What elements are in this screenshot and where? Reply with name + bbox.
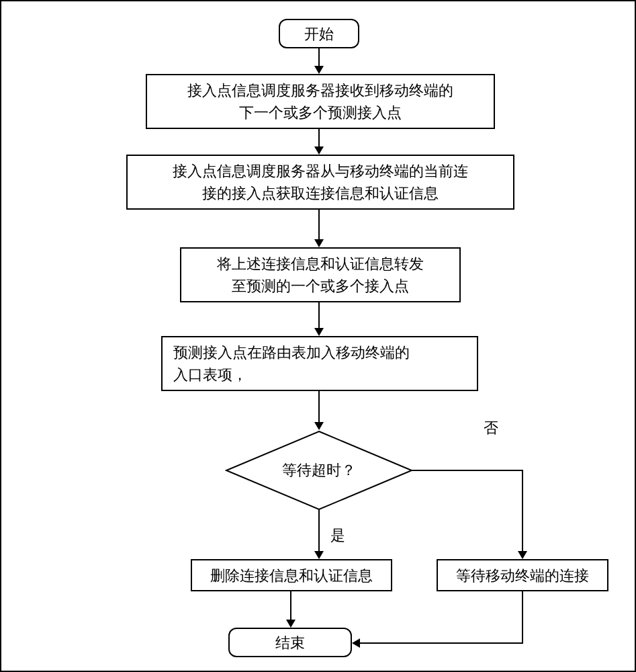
start-label: 开始 <box>304 23 334 45</box>
end-node: 结束 <box>228 628 352 657</box>
arrow-head <box>314 551 324 559</box>
end-label: 结束 <box>275 632 305 654</box>
addentry-label: 预测接入点在路由表加入移动终端的 入口表项， <box>173 341 410 386</box>
getinfo-label: 接入点信息调度服务器从与移动终端的当前连 接的接入点获取连接信息和认证信息 <box>173 160 468 204</box>
getinfo-node: 接入点信息调度服务器从与移动终端的当前连 接的接入点获取连接信息和认证信息 <box>126 155 514 210</box>
arrow-head <box>314 422 324 430</box>
addentry-node: 预测接入点在路由表加入移动终端的 入口表项， <box>161 336 478 391</box>
timeout-label: 等待超时？ <box>225 430 413 511</box>
arrow-head <box>352 638 360 648</box>
arrow <box>318 302 320 329</box>
arrow-head <box>518 551 527 559</box>
receive-label: 接入点信息调度服务器接收到移动终端的 下一个或多个预测接入点 <box>187 79 453 124</box>
arrow <box>412 470 522 471</box>
arrow <box>318 210 320 241</box>
start-node: 开始 <box>279 19 359 48</box>
arrow <box>290 591 291 621</box>
arrow <box>318 391 320 423</box>
arrow <box>522 591 523 643</box>
edge-no-label: 否 <box>484 418 498 438</box>
delete-node: 删除连接信息和认证信息 <box>191 559 392 591</box>
receive-node: 接入点信息调度服务器接收到移动终端的 下一个或多个预测接入点 <box>146 74 495 129</box>
arrow <box>318 48 320 67</box>
flowchart-canvas: 开始 接入点信息调度服务器接收到移动终端的 下一个或多个预测接入点 接入点信息调… <box>0 0 636 672</box>
arrow <box>359 642 523 644</box>
edge-yes-label: 是 <box>330 526 345 546</box>
arrow-head <box>314 146 324 155</box>
wait-label: 等待移动终端的连接 <box>456 564 589 587</box>
forward-node: 将上述连接信息和认证信息转发 至预测的一个或多个接入点 <box>180 247 461 302</box>
arrow-head <box>286 620 296 628</box>
arrow <box>522 470 523 552</box>
forward-label: 将上述连接信息和认证信息转发 至预测的一个或多个接入点 <box>217 253 424 297</box>
arrow <box>318 129 320 148</box>
arrow-head <box>314 66 324 74</box>
timeout-decision: 等待超时？ <box>225 430 413 511</box>
wait-node: 等待移动终端的连接 <box>437 559 608 591</box>
delete-label: 删除连接信息和认证信息 <box>210 564 373 587</box>
arrow-head <box>314 239 324 247</box>
arrow <box>318 509 320 552</box>
arrow-head <box>314 328 324 336</box>
